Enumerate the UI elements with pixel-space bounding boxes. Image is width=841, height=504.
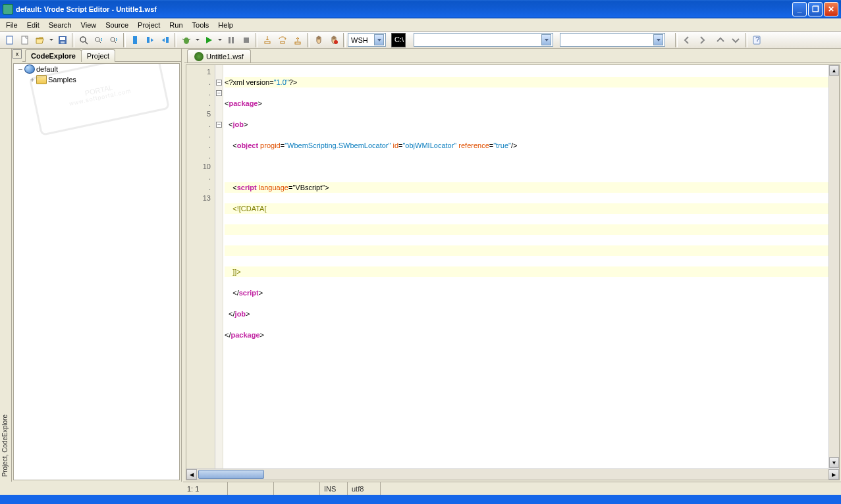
find-prev-button[interactable] [92,33,106,47]
svg-rect-4 [61,41,65,43]
editor-zone: Untitle1.wsf 1 . . . 5 . . . . 10 . . [184,49,841,482]
pause-button[interactable] [224,33,238,47]
toggle-bookmark-button[interactable] [128,33,142,47]
document-tab[interactable]: Untitle1.wsf [187,49,251,63]
svg-rect-22 [295,42,300,44]
tree-node-samples[interactable]: + Samples [14,74,179,85]
next-bookmark-button[interactable] [143,33,157,47]
hand-tool-button[interactable] [312,33,326,47]
step-into-button[interactable] [260,33,275,47]
scroll-right-arrow[interactable]: ▶ [828,469,839,480]
menu-source[interactable]: Source [101,20,133,30]
svg-text:?: ? [755,36,759,43]
svg-line-8 [99,41,101,43]
project-tree[interactable]: PORTALwww.softportal.com − default + Sam… [13,63,180,480]
close-button[interactable]: ✕ [824,2,838,16]
maximize-button[interactable]: ❐ [808,2,823,16]
svg-line-10 [114,41,116,43]
titlebar: default: Vrode Script Editor - Untitle1.… [0,0,841,18]
fold-toggle[interactable]: − [216,80,222,86]
editor-vertical-scrollbar[interactable]: ▲ ▼ [828,65,839,468]
tree-child-label: Samples [48,76,76,84]
tree-collapse-icon[interactable]: − [16,65,24,74]
menu-search[interactable]: Search [44,20,76,30]
new-file-alt-button[interactable] [18,33,32,47]
status-bar: 1: 1 INS utf8 [183,482,841,495]
script-file-icon [194,52,203,61]
status-encoding: utf8 [348,482,381,495]
open-dropdown[interactable] [48,33,55,47]
scroll-up-arrow[interactable]: ▲ [829,65,839,76]
menu-file[interactable]: File [1,20,22,30]
status-cursor-pos: 1: 1 [183,482,228,495]
menu-view[interactable]: View [76,20,101,30]
chevron-down-icon[interactable] [374,34,384,45]
tree-expand-icon[interactable]: + [28,76,36,84]
code-text[interactable]: <?xml version="1.0"?> <package> <job> <o… [223,65,839,468]
svg-line-6 [85,41,88,44]
script-engine-value: WSH [351,36,368,44]
fold-column[interactable]: − − − [215,65,223,468]
nav-down-button[interactable] [728,33,743,47]
run-button[interactable] [202,33,216,47]
minimize-button[interactable]: _ [792,2,807,16]
svg-rect-13 [166,37,169,43]
code-editor[interactable]: 1 . . . 5 . . . . 10 . . 13 − − [186,65,839,468]
line-number-gutter: 1 . . . 5 . . . . 10 . . 13 [186,65,215,468]
app-icon [3,4,13,14]
nav-forward-button[interactable] [695,33,709,47]
break-hand-button[interactable] [327,33,341,47]
status-cell-rest [381,482,841,495]
step-out-button[interactable] [290,33,305,47]
svg-rect-11 [133,36,137,44]
menu-project[interactable]: Project [133,20,165,30]
svg-rect-3 [60,37,65,40]
panel-close-button[interactable]: x [13,49,22,59]
scroll-down-arrow[interactable]: ▼ [829,457,839,468]
menu-tools[interactable]: Tools [188,20,214,30]
tree-root-label: default [36,65,58,73]
nav-up-button[interactable] [713,33,728,47]
help-button[interactable]: ? [749,33,764,47]
prev-bookmark-button[interactable] [158,33,173,47]
fold-toggle[interactable]: − [216,90,222,96]
editor-horizontal-scrollbar[interactable]: ◀ ▶ [186,468,839,480]
search-combo[interactable] [414,33,553,47]
step-over-button[interactable] [275,33,290,47]
toolbar: WSH C:\ ? [0,32,841,49]
scroll-thumb[interactable] [198,470,264,479]
svg-point-23 [334,40,338,44]
menu-help[interactable]: Help [213,20,238,30]
scroll-left-arrow[interactable]: ◀ [186,469,197,480]
run-dropdown[interactable] [217,33,223,47]
status-insert-mode: INS [320,482,348,495]
menu-run[interactable]: Run [165,20,187,30]
new-file-button[interactable] [3,33,17,47]
nav-back-button[interactable] [680,33,694,47]
goto-combo[interactable] [560,33,665,47]
stop-button[interactable] [239,33,254,47]
svg-rect-20 [265,41,270,43]
debug-dropdown[interactable] [194,33,201,47]
tab-project[interactable]: Project [81,49,115,62]
status-cell-2 [228,482,274,495]
console-button[interactable]: C:\ [391,33,406,47]
tree-node-root[interactable]: − default [14,64,179,74]
debug-button[interactable] [179,33,194,47]
svg-rect-12 [147,37,149,43]
save-button[interactable] [55,33,70,47]
find-button[interactable] [76,33,91,47]
chevron-down-icon[interactable] [653,34,663,45]
tab-codeexplore[interactable]: CodeExplore [25,49,82,62]
menu-edit[interactable]: Edit [22,20,44,30]
chevron-down-icon[interactable] [541,34,551,45]
script-engine-combo[interactable]: WSH [348,33,386,47]
find-next-button[interactable] [107,33,121,47]
svg-rect-19 [244,38,249,43]
fold-toggle[interactable]: − [216,122,222,128]
window-title: default: Vrode Script Editor - Untitle1.… [16,5,157,13]
open-button[interactable] [33,33,47,47]
svg-point-5 [80,37,86,42]
vertical-tab-strip[interactable]: Project, CodeExplore [0,49,12,482]
svg-rect-21 [281,41,285,43]
